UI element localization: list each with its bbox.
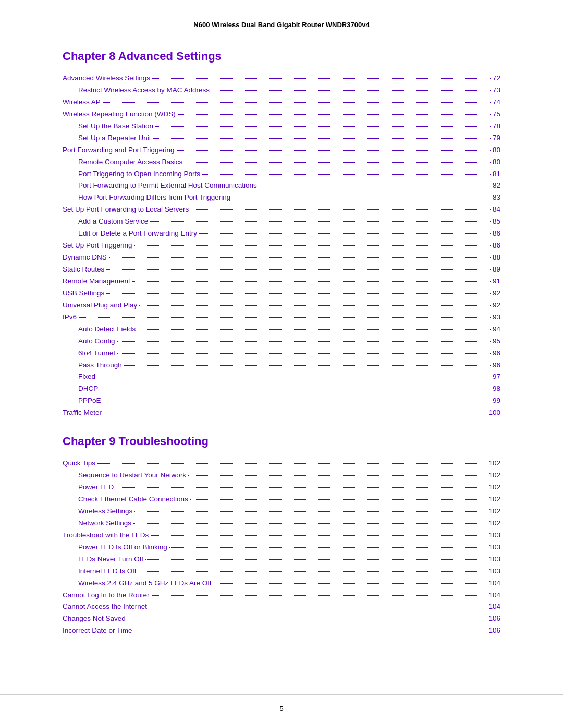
toc-entry-label: Traffic Meter <box>63 407 102 419</box>
toc-entry-page: 93 <box>493 312 500 324</box>
toc-entry-label: Set Up the Base Station <box>78 120 153 132</box>
chapters-container: Chapter 8 Advanced SettingsAdvanced Wire… <box>63 50 500 637</box>
toc-entry-label: Wireless AP <box>63 96 101 108</box>
toc-entry-label: Network Settings <box>78 517 131 529</box>
chapter-title-chapter9: Chapter 9 Troubleshooting <box>63 435 500 448</box>
toc-entry-page: 98 <box>493 383 500 395</box>
toc-entry[interactable]: USB Settings92 <box>63 288 500 300</box>
toc-entry[interactable]: Wireless 2.4 GHz and 5 GHz LEDs Are Off1… <box>63 577 500 589</box>
toc-entry-label: Power LED Is Off or Blinking <box>78 541 167 553</box>
toc-entry[interactable]: Add a Custom Service85 <box>63 216 500 228</box>
toc-entry-label: Auto Config <box>78 336 115 348</box>
toc-entry-label: Advanced Wireless Settings <box>63 72 150 84</box>
toc-entry[interactable]: Sequence to Restart Your Network102 <box>63 470 500 482</box>
toc-entry[interactable]: Edit or Delete a Port Forwarding Entry86 <box>63 228 500 240</box>
toc-entry-page: 81 <box>493 168 500 180</box>
toc-entry[interactable]: Restrict Wireless Access by MAC Address7… <box>63 84 500 96</box>
toc-dots <box>214 583 487 584</box>
toc-entry[interactable]: Check Ethernet Cable Connections102 <box>63 493 500 505</box>
toc-entry[interactable]: Troubleshoot with the LEDs103 <box>63 529 500 541</box>
toc-entry-page: 102 <box>488 458 500 470</box>
toc-dots <box>178 114 491 115</box>
toc-entry-label: How Port Forwarding Differs from Port Tr… <box>78 192 230 204</box>
toc-entry[interactable]: Wireless Settings102 <box>63 505 500 517</box>
toc-entry[interactable]: Set Up Port Triggering86 <box>63 240 500 252</box>
toc-entry[interactable]: Advanced Wireless Settings72 <box>63 72 500 84</box>
toc-entry-label: Changes Not Saved <box>63 613 126 625</box>
toc-entry-label: Cannot Log In to the Router <box>63 589 150 601</box>
toc-dots <box>139 571 487 572</box>
toc-entry-page: 106 <box>488 625 500 637</box>
toc-entry[interactable]: Remote Management91 <box>63 276 500 288</box>
toc-entry-page: 100 <box>488 407 500 419</box>
toc-entry-label: Wireless Settings <box>78 505 132 517</box>
toc-entry[interactable]: Auto Config95 <box>63 336 500 348</box>
toc-entry[interactable]: Port Triggering to Open Incoming Ports81 <box>63 168 500 180</box>
toc-entry[interactable]: LEDs Never Turn Off103 <box>63 553 500 565</box>
toc-entry-label: USB Settings <box>63 288 104 300</box>
toc-entry-page: 106 <box>488 613 500 625</box>
toc-dots <box>117 341 491 342</box>
toc-dots <box>149 607 486 607</box>
toc-dots <box>153 138 491 139</box>
toc-entry[interactable]: Changes Not Saved106 <box>63 613 500 625</box>
toc-entry-label: Internet LED Is Off <box>78 565 137 577</box>
toc-entry-page: 73 <box>493 84 500 96</box>
toc-entry-page: 99 <box>493 395 500 407</box>
toc-entry-page: 91 <box>493 276 500 288</box>
toc-entry[interactable]: Set Up a Repeater Unit79 <box>63 132 500 144</box>
toc-entry[interactable]: Fixed97 <box>63 371 500 383</box>
toc-entry[interactable]: Network Settings102 <box>63 517 500 529</box>
toc-dots <box>190 499 487 500</box>
toc-entry-label: Wireless Repeating Function (WDS) <box>63 108 176 120</box>
toc-entry[interactable]: IPv693 <box>63 312 500 324</box>
toc-dots <box>155 126 491 127</box>
toc-entry[interactable]: Internet LED Is Off103 <box>63 565 500 577</box>
toc-entry-label: Remote Computer Access Basics <box>78 156 182 168</box>
toc-entry[interactable]: How Port Forwarding Differs from Port Tr… <box>63 192 500 204</box>
toc-entry[interactable]: Set Up Port Forwarding to Local Servers8… <box>63 204 500 216</box>
toc-dots <box>145 559 486 560</box>
toc-entry[interactable]: Power LED Is Off or Blinking103 <box>63 541 500 553</box>
toc-entry-page: 95 <box>493 336 500 348</box>
toc-entry[interactable]: Cannot Log In to the Router104 <box>63 589 500 601</box>
toc-dots <box>103 102 491 103</box>
toc-entry[interactable]: Wireless Repeating Function (WDS)75 <box>63 108 500 120</box>
toc-entry[interactable]: Auto Detect Fields94 <box>63 324 500 336</box>
toc-entry[interactable]: Port Forwarding to Permit External Host … <box>63 180 500 192</box>
toc-entry-label: Troubleshoot with the LEDs <box>63 529 149 541</box>
toc-entry[interactable]: Wireless AP74 <box>63 96 500 108</box>
toc-entry[interactable]: Pass Through96 <box>63 360 500 372</box>
toc-entry[interactable]: Set Up the Base Station78 <box>63 120 500 132</box>
toc-dots <box>151 535 486 536</box>
toc-entry[interactable]: DHCP98 <box>63 383 500 395</box>
toc-entry[interactable]: Cannot Access the Internet104 <box>63 601 500 613</box>
toc-entry[interactable]: Port Forwarding and Port Triggering80 <box>63 144 500 156</box>
toc-entry-page: 96 <box>493 360 500 372</box>
toc-entry-page: 96 <box>493 348 500 360</box>
toc-entry-page: 104 <box>488 601 500 613</box>
toc-entry[interactable]: Dynamic DNS88 <box>63 252 500 264</box>
toc-entry-page: 103 <box>488 565 500 577</box>
toc-entry[interactable]: Static Routes89 <box>63 264 500 276</box>
page-container: N600 Wireless Dual Band Gigabit Router W… <box>0 0 563 728</box>
toc-entry[interactable]: PPPoE99 <box>63 395 500 407</box>
toc-entry[interactable]: Incorrect Date or Time106 <box>63 625 500 637</box>
toc-dots <box>79 317 491 318</box>
toc-dots <box>116 487 486 488</box>
toc-dots <box>104 413 486 413</box>
toc-entry-label: Set Up Port Forwarding to Local Servers <box>63 204 189 216</box>
toc-entry[interactable]: 6to4 Tunnel96 <box>63 348 500 360</box>
toc-entry-label: Wireless 2.4 GHz and 5 GHz LEDs Are Off <box>78 577 212 589</box>
page-number: 5 <box>279 705 283 712</box>
toc-dots <box>150 221 491 222</box>
toc-entry[interactable]: Power LED102 <box>63 482 500 493</box>
toc-entry-page: 85 <box>493 216 500 228</box>
toc-entry[interactable]: Remote Computer Access Basics80 <box>63 156 500 168</box>
toc-entry-label: Restrict Wireless Access by MAC Address <box>78 84 210 96</box>
footer-divider <box>63 700 500 700</box>
toc-entry[interactable]: Quick Tips102 <box>63 458 500 470</box>
toc-entry[interactable]: Universal Plug and Play92 <box>63 300 500 312</box>
toc-entry[interactable]: Traffic Meter100 <box>63 407 500 419</box>
toc-entry-label: Incorrect Date or Time <box>63 625 132 637</box>
